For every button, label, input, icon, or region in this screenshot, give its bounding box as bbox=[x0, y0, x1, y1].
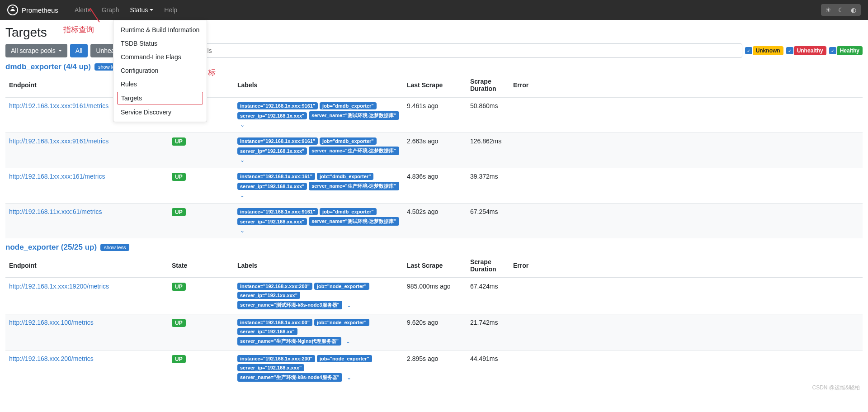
endpoint-link[interactable]: http://192.168.xxx.100/metrics bbox=[9, 319, 94, 326]
label-pill[interactable]: server_ip="192.168.1x.xxx" bbox=[237, 147, 307, 155]
label-pill[interactable]: instance="192.168.1x.xxx:9161" bbox=[237, 137, 318, 145]
label-pill[interactable]: server_ip="192.168.1x.xxx" bbox=[237, 112, 307, 119]
scrape-duration: 67.424ms bbox=[467, 278, 509, 314]
th-last-scrape: Last Scrape bbox=[403, 73, 467, 97]
error-cell bbox=[509, 350, 863, 387]
chevron-down-icon bbox=[58, 50, 62, 52]
table-row: http://192.168.11x.xxx:61/metrics UP ins… bbox=[5, 204, 863, 239]
th-labels: Labels bbox=[234, 254, 403, 278]
pool-title[interactable]: node_exporter (25/25 up) bbox=[5, 243, 97, 252]
label-pill[interactable]: instance="192.168.1x.xxx:9161" bbox=[237, 208, 318, 215]
scrape-duration: 21.742ms bbox=[467, 314, 509, 350]
scrape-duration: 126.862ms bbox=[467, 133, 509, 168]
chevron-down-icon[interactable]: ⌄ bbox=[344, 374, 354, 381]
nav-status[interactable]: Status bbox=[125, 6, 159, 14]
label-pill[interactable]: job="dmdb_exporter" bbox=[320, 102, 376, 109]
table-row: http://192.168.xxx.100/metrics UP instan… bbox=[5, 314, 863, 350]
brand-text: Prometheus bbox=[22, 6, 58, 14]
label-pill[interactable]: job="dmdb_exporter" bbox=[320, 137, 376, 145]
badge-healthy: Healthy bbox=[837, 46, 863, 55]
brand[interactable]: Prometheus bbox=[7, 5, 58, 15]
menu-rules[interactable]: Rules bbox=[113, 77, 207, 91]
menu-runtime[interactable]: Runtime & Build Information bbox=[113, 23, 207, 37]
last-scrape: 4.502s ago bbox=[403, 204, 467, 239]
th-endpoint: Endpoint bbox=[5, 254, 168, 278]
scrape-duration: 44.491ms bbox=[467, 350, 509, 387]
label-pill[interactable]: instance="192.168.1x.xxx:200" bbox=[237, 355, 315, 362]
label-pill[interactable]: server_ip="192.168.x.xxx" bbox=[237, 364, 304, 371]
badge-unknown: Unknown bbox=[753, 46, 783, 55]
chevron-down-icon[interactable]: ⌄ bbox=[344, 302, 354, 308]
menu-sd[interactable]: Service Discovery bbox=[113, 105, 207, 119]
label-pill[interactable]: job="dmdb_exporter" bbox=[317, 173, 373, 180]
label-pill[interactable]: server_ip="192.168.xx.xxx" bbox=[237, 218, 307, 225]
scrape-duration: 39.372ms bbox=[467, 168, 509, 204]
label-pill[interactable]: server_ip="192.168.1x.xxx" bbox=[237, 183, 307, 190]
label-pill[interactable]: instance="192.168.1x.xxx:9161" bbox=[237, 102, 318, 109]
last-scrape: 4.836s ago bbox=[403, 168, 467, 204]
scrape-duration: 67.254ms bbox=[467, 204, 509, 239]
checkbox-unhealthy[interactable]: ✓ bbox=[786, 47, 793, 54]
label-pill[interactable]: server_name="生产环境-达梦数据库" bbox=[309, 182, 399, 190]
checkbox-healthy[interactable]: ✓ bbox=[829, 47, 836, 54]
label-pill[interactable]: server_name="生产环境-k8s-node4服务器" bbox=[237, 373, 342, 382]
label-pill[interactable]: instance="192.168.1x.xxx:161" bbox=[237, 173, 315, 180]
endpoint-link[interactable]: http://192.168.1xx.xxx:9161/metrics bbox=[9, 102, 108, 109]
th-error: Error bbox=[509, 73, 863, 97]
menu-targets[interactable]: Targets bbox=[117, 92, 203, 104]
label-pill[interactable]: server_ip="192.168.xx" bbox=[237, 328, 297, 335]
state-badge: UP bbox=[172, 283, 186, 291]
search-input[interactable] bbox=[132, 43, 742, 58]
label-pill[interactable]: job="node_exporter" bbox=[317, 355, 372, 362]
label-pill[interactable]: server_ip="192.1xx.xxx" bbox=[237, 292, 300, 299]
endpoint-link[interactable]: http://192.168.1xx.xxx:9161/metrics bbox=[9, 137, 108, 145]
filter-all-button[interactable]: All bbox=[70, 44, 88, 57]
label-pill[interactable]: server_name="测试环境-达梦数据库" bbox=[309, 111, 399, 120]
theme-light-button[interactable]: ☀ bbox=[822, 5, 835, 15]
checkbox-unknown[interactable]: ✓ bbox=[745, 47, 752, 54]
theme-controls: ☀ ☾ ◐ bbox=[821, 4, 861, 16]
endpoint-link[interactable]: http://192.168.xxx.200/metrics bbox=[9, 355, 94, 362]
label-pill[interactable]: job="node_exporter" bbox=[314, 319, 369, 326]
label-pill[interactable]: server_name="生产环境-Nginx代理服务器" bbox=[237, 337, 341, 346]
health-toggles: ✓Unknown ✓Unhealthy ✓Healthy bbox=[745, 46, 863, 55]
label-pill[interactable]: server_name="生产环境-达梦数据库" bbox=[309, 147, 399, 155]
label-pill[interactable]: job="node_exporter" bbox=[314, 283, 369, 290]
label-pill[interactable]: server_name="测试环境-达梦数据库" bbox=[309, 217, 399, 226]
badge-unhealthy: Unhealthy bbox=[794, 46, 826, 55]
chevron-down-icon[interactable]: ⌄ bbox=[237, 192, 247, 199]
label-pill[interactable]: instance="192.168.1x.xxx:00" bbox=[237, 319, 312, 326]
theme-auto-button[interactable]: ◐ bbox=[847, 5, 860, 15]
error-cell bbox=[509, 133, 863, 168]
state-badge: UP bbox=[172, 355, 186, 363]
endpoint-link[interactable]: http://192.168.11x.xxx:61/metrics bbox=[9, 208, 102, 215]
top-navbar: Prometheus Alerts Graph Status Help ☀ ☾ … bbox=[0, 0, 868, 20]
chevron-down-icon[interactable]: ⌄ bbox=[237, 227, 247, 234]
table-row: http://192.168.1xx.xxx:9161/metrics UP i… bbox=[5, 133, 863, 168]
nav-help[interactable]: Help bbox=[159, 6, 183, 14]
scrape-pools-dropdown[interactable]: All scrape pools bbox=[5, 44, 67, 57]
endpoint-link[interactable]: http://192.168.1x.xxx:19200/metrics bbox=[9, 283, 109, 290]
chevron-down-icon[interactable]: ⌄ bbox=[343, 338, 353, 345]
error-cell bbox=[509, 168, 863, 204]
chevron-down-icon bbox=[150, 9, 153, 11]
error-cell bbox=[509, 278, 863, 314]
chevron-down-icon[interactable]: ⌄ bbox=[237, 122, 247, 128]
th-last-scrape: Last Scrape bbox=[403, 254, 467, 278]
endpoint-link[interactable]: http://192.168.1xx.xxx:161/metrics bbox=[9, 173, 105, 180]
menu-tsdb[interactable]: TSDB Status bbox=[113, 37, 207, 50]
last-scrape: 2.663s ago bbox=[403, 133, 467, 168]
theme-dark-button[interactable]: ☾ bbox=[835, 5, 847, 15]
label-pill[interactable]: instance="192.168.x.xxx:200" bbox=[237, 283, 312, 290]
menu-config[interactable]: Configuration bbox=[113, 64, 207, 77]
pool-title[interactable]: dmdb_exporter (4/4 up) bbox=[5, 62, 91, 71]
chevron-down-icon[interactable]: ⌄ bbox=[237, 157, 247, 163]
th-error: Error bbox=[509, 254, 863, 278]
menu-flags[interactable]: Command-Line Flags bbox=[113, 50, 207, 64]
label-pill[interactable]: job="dmdb_exporter" bbox=[320, 208, 376, 215]
table-row: http://192.168.xxx.200/metrics UP instan… bbox=[5, 350, 863, 387]
label-pill[interactable]: server_name="测试环境-k8s-node3服务器" bbox=[237, 301, 342, 309]
show-less-button[interactable]: show less bbox=[100, 244, 129, 251]
prometheus-logo-icon bbox=[7, 5, 18, 15]
th-labels: Labels bbox=[234, 73, 403, 97]
